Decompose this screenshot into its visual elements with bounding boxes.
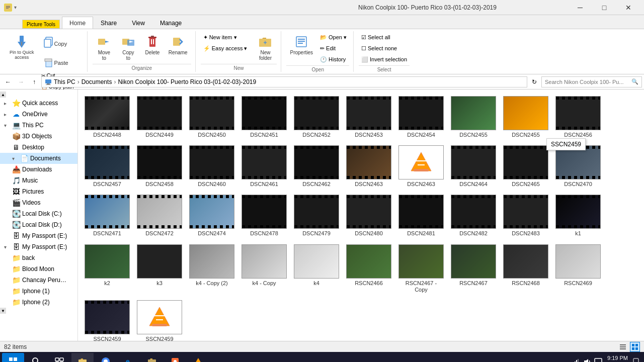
sidebar-item-chancay-peru[interactable]: 📁 Chancay Peru - D	[0, 275, 77, 286]
file-item[interactable]: k3	[134, 242, 185, 296]
copy-to-button[interactable]: Copyto	[117, 32, 140, 62]
file-item[interactable]: DSCN2463	[344, 143, 394, 190]
file-item[interactable]: DSCN2451	[239, 94, 289, 141]
file-item[interactable]: DSCN2453	[344, 94, 394, 141]
file-item[interactable]: DSCN2482	[448, 192, 499, 239]
file-item[interactable]: DSCN2460	[187, 143, 237, 190]
file-explorer-taskbar-button[interactable]	[71, 353, 94, 362]
large-icons-view-button[interactable]	[630, 342, 640, 352]
tab-manage[interactable]: Manage	[152, 17, 189, 29]
network-icon[interactable]	[572, 358, 580, 362]
volume-icon[interactable]	[583, 358, 591, 362]
file-item[interactable]: DSCN2455	[501, 94, 551, 141]
task-view-button[interactable]	[48, 353, 70, 362]
sidebar-item-back[interactable]: 📁 back	[0, 252, 77, 263]
file-item[interactable]: DSCN2478	[239, 192, 289, 239]
select-all-button[interactable]: ☑ Select all	[359, 32, 410, 42]
up-button[interactable]: ↑	[28, 76, 40, 88]
refresh-button[interactable]: ↻	[528, 76, 540, 88]
edit-button[interactable]: ✏ Edit	[317, 43, 349, 53]
file-item[interactable]: DSCN2457	[82, 143, 132, 190]
file-item[interactable]: DSCN2472	[134, 192, 185, 239]
file-item[interactable]: DSCN2454	[396, 94, 446, 141]
file-item[interactable]: k1	[553, 192, 603, 239]
search-box[interactable]: 🔍	[541, 76, 642, 87]
chrome-taskbar-button[interactable]	[95, 353, 117, 362]
maximize-button[interactable]: □	[593, 0, 616, 15]
sidebar-item-videos[interactable]: 🎬 Videos	[0, 197, 77, 208]
invert-selection-button[interactable]: ⬜ Invert selection	[359, 54, 410, 64]
back-button[interactable]: ←	[2, 76, 14, 88]
file-item[interactable]: DSCN2456	[553, 94, 603, 141]
breadcrumb[interactable]: This PC › Documents › Nikon Coolpix 100-…	[41, 76, 527, 87]
file-item[interactable]: RSCN2467	[448, 242, 499, 296]
file-item[interactable]: DSCN2481	[396, 192, 446, 239]
new-item-button[interactable]: ✦ New item ▾	[201, 32, 250, 42]
close-button[interactable]: ✕	[617, 0, 640, 15]
file-item[interactable]: DSCN2461	[239, 143, 289, 190]
file-item[interactable]: DSCN2464	[448, 143, 499, 190]
file-item[interactable]: SSCN2459	[82, 298, 132, 341]
file-item[interactable]: DSCN2465 SSCN2459	[501, 143, 551, 190]
explorer2-taskbar-button[interactable]	[141, 353, 163, 362]
sidebar-item-documents[interactable]: ▾ 📄 Documents	[0, 153, 77, 164]
history-button[interactable]: 🕐 History	[317, 54, 349, 64]
sidebar-item-iphone-1[interactable]: 📁 Iphone (1)	[0, 286, 77, 297]
file-item[interactable]: k4 - Copy (2)	[187, 242, 237, 296]
file-item[interactable]: DSCN2458	[134, 143, 185, 190]
file-item[interactable]: DSCN2455	[448, 94, 499, 141]
file-item[interactable]: RSCN2466	[344, 242, 394, 296]
file-item[interactable]: DSCN2448	[82, 94, 132, 141]
sidebar-item-desktop[interactable]: 🖥 Desktop	[0, 142, 77, 153]
select-none-button[interactable]: ☐ Select none	[359, 43, 410, 53]
sidebar-item-onedrive[interactable]: ▸ ☁ OneDrive	[0, 109, 77, 120]
sidebar-item-pictures[interactable]: 🖼 Pictures	[0, 186, 77, 197]
properties-button[interactable]: Properties	[286, 32, 316, 57]
quick-access-btns[interactable]: ▾	[14, 5, 17, 10]
minimize-button[interactable]: ─	[569, 0, 592, 15]
file-item[interactable]: k4 - Copy	[239, 242, 289, 296]
picture-tools-label[interactable]: Picture Tools	[22, 20, 60, 29]
rename-button[interactable]: Rename	[165, 32, 191, 57]
sidebar-item-my-passport-e[interactable]: 🗄 My Passport (E:)	[0, 230, 77, 241]
file-item[interactable]: DSCN2449	[134, 94, 185, 141]
file-item[interactable]: DSCN2471	[82, 192, 132, 239]
sidebar-item-my-passport-e2[interactable]: ▾ 🗄 My Passport (E:)	[0, 241, 77, 252]
sidebar-item-local-disk-d[interactable]: 💽 Local Disk (D:)	[0, 219, 77, 230]
file-item[interactable]: RSCN2468	[501, 242, 551, 296]
sidebar-item-this-pc[interactable]: ▾ 💻 This PC	[0, 120, 77, 131]
tab-view[interactable]: View	[124, 17, 152, 29]
pin-to-quick-access-button[interactable]: Pin to Quickaccess	[6, 32, 38, 61]
sidebar-item-downloads[interactable]: 📥 Downloads	[0, 164, 77, 175]
sidebar-item-iphone-2[interactable]: 📁 Iphone (2)	[0, 297, 77, 308]
copy-button[interactable]: Copy	[39, 32, 83, 55]
show-desktop-icon[interactable]	[633, 358, 639, 362]
file-item[interactable]: DSCN2462	[291, 143, 342, 190]
new-folder-button[interactable]: + Newfolder	[254, 32, 277, 62]
sidebar-item-local-disk-c[interactable]: 💽 Local Disk (C:)	[0, 208, 77, 219]
paste-button[interactable]: Paste	[39, 56, 83, 69]
move-to-button[interactable]: Moveto	[93, 32, 116, 62]
breadcrumb-this-pc[interactable]: This PC	[54, 78, 75, 85]
file-item[interactable]: DSCN2474	[187, 192, 237, 239]
edge-taskbar-button[interactable]: e	[118, 353, 140, 362]
file-item[interactable]: DSCN2452	[291, 94, 342, 141]
search-button[interactable]	[25, 353, 47, 362]
sidebar-item-3d-objects[interactable]: 📦 3D Objects	[0, 131, 77, 142]
file-item[interactable]: DSCN2450	[187, 94, 237, 141]
sidebar-scroll-down[interactable]: ▼	[0, 308, 6, 314]
file-item[interactable]: DSCN2463	[396, 143, 446, 190]
sidebar-item-quick-access[interactable]: ▸ ⭐ Quick access	[0, 98, 77, 109]
delete-button[interactable]: Delete	[141, 32, 164, 57]
file-item[interactable]: k2	[82, 242, 132, 296]
notification-icon[interactable]	[594, 358, 602, 362]
file-item[interactable]: DSCN2483	[501, 192, 551, 239]
start-button[interactable]	[2, 353, 24, 362]
file-item[interactable]: DSCN2480	[344, 192, 394, 239]
breadcrumb-current[interactable]: Nikon Coolpix 100- Puerto Rico 03-(01-02…	[118, 78, 256, 85]
search-input[interactable]	[545, 79, 631, 85]
file-item[interactable]: k4	[291, 242, 342, 296]
search-icon[interactable]: 🔍	[631, 78, 638, 85]
forward-button[interactable]: →	[15, 76, 27, 88]
file-item[interactable]: RSCN2469	[553, 242, 603, 296]
